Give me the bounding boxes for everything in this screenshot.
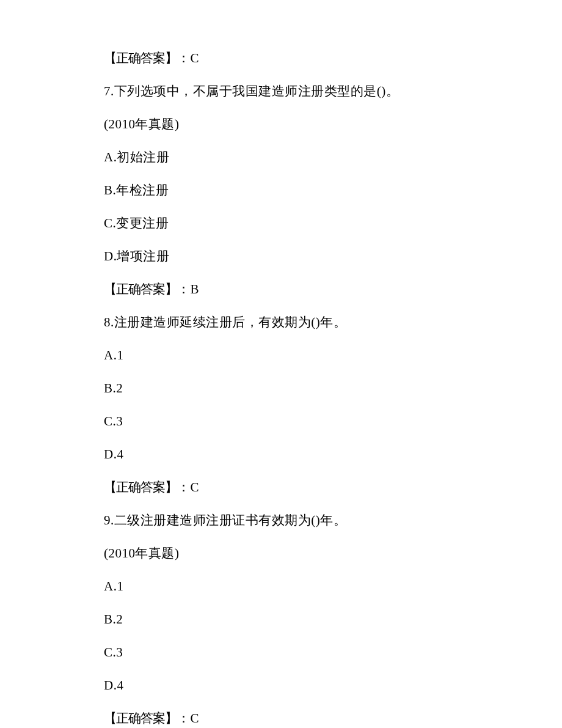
option-c: C.变更注册 — [104, 217, 562, 230]
answer-value: ：C — [177, 51, 199, 65]
answer-label: 【正确答案】 — [104, 711, 177, 726]
option-d: D.增项注册 — [104, 250, 562, 263]
answer-value: ：C — [177, 711, 199, 726]
option-b: B.年检注册 — [104, 184, 562, 197]
question-note: (2010年真题) — [104, 118, 562, 131]
question-text: 8.注册建造师延续注册后，有效期为()年。 — [104, 316, 562, 329]
answer-label: 【正确答案】 — [104, 282, 177, 296]
answer-line: 【正确答案】：B — [104, 283, 562, 296]
option-c: C.3 — [104, 415, 562, 428]
answer-label: 【正确答案】 — [104, 480, 177, 495]
question-note: (2010年真题) — [104, 547, 562, 560]
option-c: C.3 — [104, 646, 562, 659]
question-text: 9.二级注册建造师注册证书有效期为()年。 — [104, 514, 562, 527]
option-a: A.1 — [104, 580, 562, 593]
answer-value: ：B — [177, 282, 199, 296]
answer-line: 【正确答案】：C — [104, 481, 562, 494]
option-a: A.1 — [104, 349, 562, 362]
option-b: B.2 — [104, 382, 562, 395]
question-text: 7.下列选项中，不属于我国建造师注册类型的是()。 — [104, 85, 562, 98]
option-d: D.4 — [104, 679, 562, 692]
answer-label: 【正确答案】 — [104, 51, 177, 65]
answer-line: 【正确答案】：C — [104, 52, 562, 65]
option-a: A.初始注册 — [104, 151, 562, 164]
option-d: D.4 — [104, 448, 562, 461]
option-b: B.2 — [104, 613, 562, 626]
answer-line: 【正确答案】：C — [104, 712, 562, 725]
answer-value: ：C — [177, 480, 199, 495]
